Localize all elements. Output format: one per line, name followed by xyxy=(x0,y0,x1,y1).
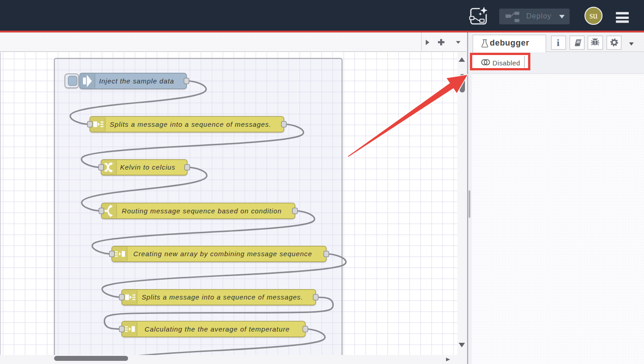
svg-text:Inject the sample data: Inject the sample data xyxy=(99,77,175,84)
svg-text:Splits a message into a sequen: Splits a message into a sequence of mess… xyxy=(110,120,271,128)
svg-text:Splits a message into a sequen: Splits a message into a sequence of mess… xyxy=(142,293,303,301)
svg-text:Kelvin to celcius: Kelvin to celcius xyxy=(120,163,175,171)
svg-text:Routing message sequence based: Routing message sequence based on condit… xyxy=(122,207,282,214)
svg-text:Creating new array by combinin: Creating new array by combining message … xyxy=(133,250,312,258)
svg-text:Calculating the the average of: Calculating the the average of temperatu… xyxy=(144,325,290,332)
